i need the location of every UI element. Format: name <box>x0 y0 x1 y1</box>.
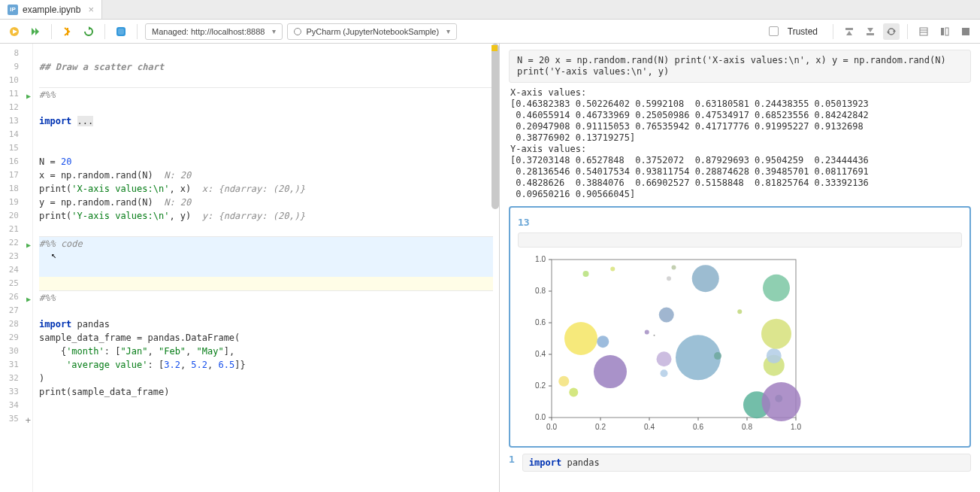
sync-button[interactable] <box>883 23 900 40</box>
output-preview[interactable]: N = 20 x = np.random.rand(N) print('X-ax… <box>500 44 980 492</box>
svg-point-45 <box>569 387 578 396</box>
code-line[interactable]: import ... <box>39 114 493 128</box>
code-line[interactable]: y = np.random.rand(N) N: 20 <box>39 196 493 209</box>
svg-point-60 <box>714 352 721 360</box>
close-icon[interactable]: × <box>88 4 94 15</box>
output-y-label: Y-axis values: <box>510 144 969 155</box>
svg-rect-6 <box>118 29 124 35</box>
toolbar-separator <box>907 24 908 39</box>
move-cell-up-button[interactable] <box>841 23 858 40</box>
preview-only-view-button[interactable] <box>957 23 974 40</box>
server-combo-label: Managed: http://localhost:8888 <box>152 27 265 36</box>
svg-text:0.6: 0.6 <box>535 318 546 326</box>
code-line[interactable]: ## Draw a scatter chart <box>39 60 493 74</box>
svg-point-46 <box>564 322 597 355</box>
code-line[interactable]: ) <box>39 372 493 385</box>
toolbar-separator <box>104 24 105 39</box>
code-area[interactable]: ↖ ## Draw a scatter chart#%%import ...N … <box>33 44 499 492</box>
code-line[interactable] <box>39 277 493 290</box>
svg-point-57 <box>672 266 676 270</box>
svg-point-54 <box>661 369 668 377</box>
code-line[interactable] <box>39 74 493 87</box>
file-tab-label: example.ipynb <box>23 5 80 15</box>
code-line[interactable]: 'average value': [3.2, 5.2, 6.5]} <box>39 358 493 372</box>
svg-point-55 <box>659 308 674 323</box>
code-line[interactable]: #%% code <box>39 236 493 250</box>
code-editor[interactable]: 891011▶1213141516171819202122▶23242526▶2… <box>0 44 500 492</box>
svg-point-53 <box>657 351 672 366</box>
code-line[interactable] <box>39 47 493 60</box>
code-line[interactable] <box>39 412 493 426</box>
variables-button[interactable] <box>113 23 129 40</box>
svg-point-49 <box>594 355 627 388</box>
file-tab[interactable]: IP example.ipynb × <box>0 0 102 19</box>
svg-marker-2 <box>32 28 35 35</box>
notebook-toolbar: Managed: http://localhost:8888 ▾ PyCharm… <box>0 20 980 44</box>
toolbar-separator <box>833 24 833 39</box>
cell-input-echo: N = 20 x = np.random.rand(N) print('X-ax… <box>509 50 971 83</box>
svg-marker-10 <box>867 28 873 32</box>
code-line[interactable] <box>39 399 493 412</box>
code-line[interactable]: print(sample_data_frame) <box>39 385 493 399</box>
editor-only-view-button[interactable] <box>915 23 932 40</box>
output-x-values: [0.46382383 0.50226402 0.5992108 0.63180… <box>510 99 969 144</box>
svg-point-56 <box>667 276 671 281</box>
next-cell: 1 import pandas <box>509 454 971 472</box>
trusted-label: Trusted <box>788 26 818 37</box>
code-line[interactable]: print('X-axis values:\n', x) x: {ndarray… <box>39 182 493 196</box>
output-y-values: [0.37203148 0.6527848 0.3752072 0.879296… <box>510 155 969 200</box>
code-line[interactable]: #%% <box>39 87 493 101</box>
svg-point-68 <box>761 319 791 349</box>
move-cell-down-button[interactable] <box>862 23 879 40</box>
chevron-down-icon: ▾ <box>272 27 276 35</box>
split-view-button[interactable] <box>936 23 953 40</box>
svg-point-61 <box>737 309 742 314</box>
svg-text:0.4: 0.4 <box>644 423 655 431</box>
restart-kernel-button[interactable] <box>80 23 97 40</box>
svg-text:0.8: 0.8 <box>742 423 752 431</box>
code-line[interactable] <box>39 223 493 236</box>
kernel-status-icon <box>294 28 301 35</box>
code-line[interactable]: sample_data_frame = pandas.DataFrame( <box>39 331 493 345</box>
svg-point-65 <box>763 275 790 302</box>
toolbar-separator <box>51 24 52 39</box>
svg-text:0.0: 0.0 <box>535 413 546 421</box>
svg-point-58 <box>676 335 721 380</box>
add-cell-icon[interactable]: + <box>26 414 31 427</box>
toolbar-separator <box>137 24 138 39</box>
code-line[interactable] <box>39 101 493 114</box>
code-line[interactable]: #%% <box>39 290 493 304</box>
svg-rect-13 <box>920 28 927 35</box>
svg-point-59 <box>692 265 719 292</box>
code-line[interactable]: N = 20 <box>39 155 493 169</box>
interpreter-combo[interactable]: PyCharm (JupyterNotebookSample) ▾ <box>287 23 457 40</box>
cell-toolbar-placeholder[interactable] <box>518 232 962 248</box>
code-line[interactable]: print('Y-axis values:\n', y) y: {ndarray… <box>39 209 493 223</box>
interrupt-button[interactable] <box>59 23 76 40</box>
code-line[interactable] <box>39 263 493 277</box>
code-line[interactable] <box>39 128 493 141</box>
code-line[interactable] <box>39 304 493 317</box>
interpreter-combo-label: PyCharm (JupyterNotebookSample) <box>306 27 439 36</box>
code-line[interactable] <box>39 250 493 263</box>
code-line[interactable]: {'month': ["Jan", "Feb", "May"], <box>39 345 493 358</box>
server-combo[interactable]: Managed: http://localhost:8888 ▾ <box>145 23 283 40</box>
code-line[interactable] <box>39 141 493 155</box>
mouse-cursor: ↖ <box>51 248 56 262</box>
code-line[interactable]: x = np.random.rand(N) N: 20 <box>39 169 493 182</box>
cell-number: 13 <box>518 217 530 228</box>
svg-text:1.0: 1.0 <box>791 423 801 431</box>
run-cell-button[interactable] <box>6 23 23 40</box>
vertical-scrollbar[interactable] <box>492 44 499 209</box>
svg-point-51 <box>645 330 649 335</box>
svg-text:0.4: 0.4 <box>535 350 546 358</box>
svg-text:0.6: 0.6 <box>693 423 703 431</box>
trusted-checkbox[interactable] <box>769 26 779 36</box>
run-all-button[interactable] <box>27 23 44 40</box>
next-cell-code[interactable]: import pandas <box>522 454 971 472</box>
svg-marker-3 <box>35 28 39 35</box>
svg-point-52 <box>654 335 655 336</box>
svg-rect-9 <box>867 33 874 35</box>
line-gutter: 891011▶1213141516171819202122▶23242526▶2… <box>0 44 33 492</box>
code-line[interactable]: import pandas <box>39 317 493 331</box>
